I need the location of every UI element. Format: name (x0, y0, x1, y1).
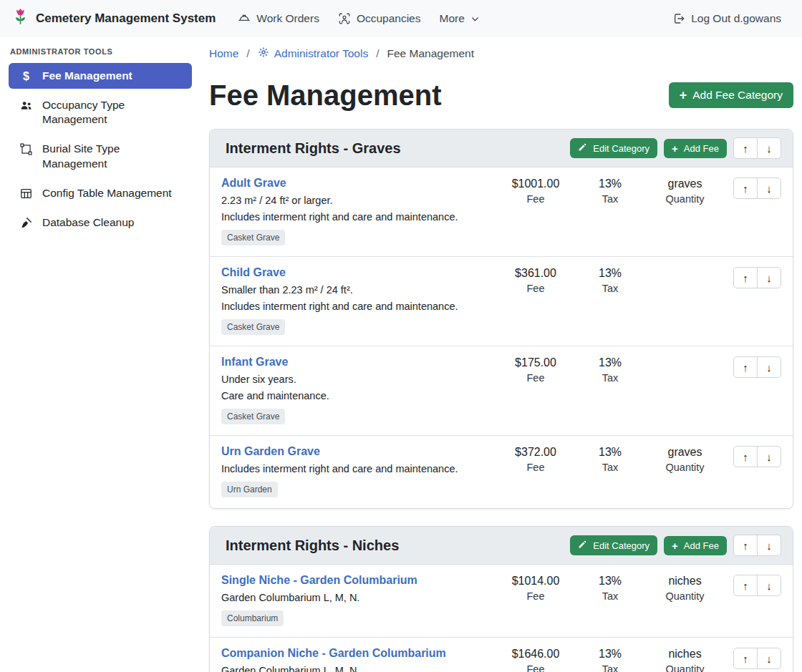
fee-tax-label: Tax (585, 372, 635, 384)
fee-quantity: graves (644, 446, 726, 459)
breadcrumb-separator: / (246, 47, 249, 60)
edit-category-button[interactable]: Edit Category (570, 535, 657, 555)
fee-amount-label: Fee (500, 462, 571, 473)
add-fee-button[interactable]: + Add Fee (664, 139, 727, 158)
move-fee-up-button[interactable]: ↑ (733, 356, 758, 378)
move-fee-down-button[interactable]: ↓ (757, 267, 781, 288)
move-fee-up-button[interactable]: ↑ (733, 446, 758, 467)
move-category-down-button[interactable]: ↓ (757, 535, 781, 556)
fee-row: Adult Grave 2.23 m² / 24 ft² or larger. … (210, 167, 793, 257)
fee-tax-label: Tax (585, 283, 635, 294)
sidebar-item-database-cleanup[interactable]: Database Cleanup (9, 210, 192, 235)
fee-name-link[interactable]: Urn Garden Grave (221, 445, 320, 458)
pencil-icon (578, 540, 587, 551)
fee-name-link[interactable]: Adult Grave (221, 177, 286, 190)
fee-quantity-label: Quantity (644, 462, 726, 473)
sidebar-item-occupancy-type-management[interactable]: Occupancy Type Management (9, 92, 192, 132)
logout-label: Log Out d.gowans (691, 12, 781, 25)
edit-category-button[interactable]: Edit Category (570, 138, 657, 158)
fee-tax: 13% (585, 267, 635, 280)
breadcrumb-home-link[interactable]: Home (209, 47, 238, 60)
fee-tax-label: Tax (585, 590, 635, 602)
fee-quantity-column: graves Quantity (644, 445, 726, 473)
plus-icon: + (672, 540, 678, 551)
app-brand[interactable]: Cemetery Management System (11, 8, 216, 29)
fee-quantity: graves (644, 177, 726, 190)
fee-description: Includes interment right and care and ma… (221, 301, 493, 312)
fee-info: Child Grave Smaller than 2.23 m² / 24 ft… (221, 266, 500, 335)
fee-quantity-label: Quantity (644, 590, 726, 602)
arrow-down-icon: ↓ (766, 272, 772, 284)
move-fee-up-button[interactable]: ↑ (733, 177, 758, 199)
fee-row: Companion Niche - Garden Columbarium Gar… (210, 638, 793, 672)
logout-button[interactable]: Log Out d.gowans (663, 6, 791, 31)
sidebar-item-fee-management[interactable]: $ Fee Management (9, 63, 192, 89)
category-reorder-group: ↑ ↓ (733, 535, 781, 556)
arrow-up-icon: ↑ (743, 142, 748, 155)
fee-info: Adult Grave 2.23 m² / 24 ft² or larger. … (221, 177, 500, 245)
move-fee-down-button[interactable]: ↓ (757, 177, 781, 199)
fee-reorder-group: ↑ ↓ (733, 177, 781, 199)
breadcrumb-admin-tools-link[interactable]: Administrator Tools (258, 47, 369, 61)
move-category-down-button[interactable]: ↓ (757, 137, 781, 159)
fee-amount-label: Fee (500, 372, 571, 384)
gear-icon (258, 47, 269, 61)
fee-tax: 13% (585, 356, 635, 369)
fee-name-link[interactable]: Single Niche - Garden Columbarium (221, 574, 417, 587)
move-category-up-button[interactable]: ↑ (733, 535, 758, 556)
fee-tax-column: 13% Tax (585, 356, 635, 384)
fee-tax-label: Tax (585, 462, 635, 473)
move-fee-down-button[interactable]: ↓ (757, 575, 781, 596)
move-fee-up-button[interactable]: ↑ (733, 575, 758, 596)
fee-reorder-group: ↑ ↓ (733, 267, 781, 288)
fee-amount-column: $372.00 Fee (500, 445, 571, 473)
fee-type-badge: Casket Grave (221, 319, 285, 335)
fee-name-link[interactable]: Companion Niche - Garden Columbarium (221, 647, 446, 660)
move-fee-down-button[interactable]: ↓ (757, 648, 781, 669)
sidebar-item-label: Burial Site Type Management (42, 142, 181, 170)
move-fee-down-button[interactable]: ↓ (757, 446, 781, 467)
nav-work-orders[interactable]: Work Orders (228, 6, 329, 31)
fee-category-card-graves: Interment Rights - Graves Edit Category … (209, 129, 793, 509)
fee-amount-column: $1014.00 Fee (500, 574, 571, 602)
add-fee-button[interactable]: + Add Fee (664, 536, 727, 555)
fee-quantity-column: graves Quantity (644, 177, 726, 205)
move-fee-up-button[interactable]: ↑ (733, 267, 758, 288)
fee-name-link[interactable]: Infant Grave (221, 356, 288, 369)
breadcrumb: Home / Administrator Tools / Fee Managem… (209, 47, 793, 61)
fee-reorder-group: ↑ ↓ (733, 575, 781, 596)
fee-description: Includes interment right and care and ma… (221, 463, 493, 474)
fee-quantity-column (644, 356, 726, 356)
arrow-down-icon: ↓ (766, 361, 772, 374)
move-fee-up-button[interactable]: ↑ (733, 648, 758, 669)
occupancy-icon (338, 12, 351, 25)
sidebar-item-config-table-management[interactable]: Config Table Management (9, 180, 192, 206)
arrow-up-icon: ↑ (743, 361, 748, 374)
add-fee-category-button[interactable]: + Add Fee Category (669, 82, 793, 108)
nav-items: Work Orders Occupancies More (228, 6, 489, 31)
plus-icon: + (672, 143, 678, 154)
move-category-up-button[interactable]: ↑ (733, 137, 758, 159)
nav-more-menu[interactable]: More (430, 6, 489, 31)
sidebar-item-label: Database Cleanup (42, 215, 134, 230)
arrow-up-icon: ↑ (743, 272, 748, 284)
fee-tax-column: 13% Tax (585, 266, 635, 294)
fee-tax-label: Tax (585, 663, 635, 672)
category-actions: Edit Category + Add Fee ↑ ↓ (570, 535, 781, 556)
top-navbar: Cemetery Management System Work Orders O… (0, 0, 802, 37)
move-fee-down-button[interactable]: ↓ (757, 356, 781, 378)
nav-label: Work Orders (256, 12, 319, 25)
arrow-down-icon: ↓ (766, 451, 772, 463)
fee-name-link[interactable]: Child Grave (221, 266, 286, 279)
arrow-up-icon: ↑ (743, 182, 748, 195)
nav-occupancies[interactable]: Occupancies (329, 6, 430, 31)
logout-icon (672, 12, 685, 25)
sidebar-item-burial-site-type-management[interactable]: Burial Site Type Management (9, 136, 192, 176)
arrow-down-icon: ↓ (766, 182, 772, 195)
fee-amount: $372.00 (500, 446, 571, 459)
edit-category-label: Edit Category (593, 540, 649, 551)
fee-quantity-label: Quantity (644, 663, 726, 672)
fee-tax: 13% (585, 177, 635, 190)
arrow-down-icon: ↓ (766, 540, 772, 552)
fee-tax-column: 13% Tax (585, 445, 635, 473)
